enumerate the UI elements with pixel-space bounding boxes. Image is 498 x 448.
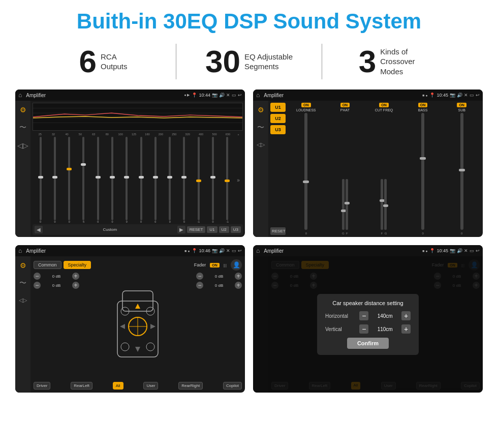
dialog-horizontal-minus[interactable]: − [359,311,368,320]
db-minus-2[interactable]: − [34,282,41,289]
sub-on[interactable]: ON [457,103,466,107]
stat-crossover-desc: Kinds of Crossover Modes [380,47,431,77]
left-icons-1: ⚙ 〜 ◁▷ [15,101,30,237]
wave-icon-3[interactable]: 〜 [19,279,26,288]
reset-button-1[interactable]: RESET [187,226,206,233]
fader-tabs: Common Specialty Fader ON ||| 👤 [34,259,242,271]
screen2-content: ⚙ 〜 ◁▷ U1 U2 U3 RESET ON LOUDNESS [253,101,483,237]
slider-col-8[interactable]: 0 [134,137,148,223]
camera-icon-4: 📷 [450,248,455,253]
db-plus-4[interactable]: + [235,282,242,289]
eq-icon-3[interactable]: ⚙ [20,261,26,270]
driver-btn-3[interactable]: Driver [34,382,50,390]
slider-col-14[interactable]: -1 [221,137,234,223]
expand-icon[interactable]: » [235,137,242,223]
slider-col-6[interactable]: 0 [105,137,119,223]
slider-col-11[interactable]: 0 [177,137,191,223]
db-minus-3[interactable]: − [196,273,203,280]
next-button[interactable]: ▶ [177,226,185,233]
volume-icon-3: 🔊 [219,248,225,253]
volume-icon-4: 🔊 [457,248,462,253]
slider-col-2[interactable]: 0 [48,137,61,223]
slider-col-4[interactable]: 5 [77,137,90,223]
copilot-btn-3[interactable]: Copilot [223,382,242,390]
stat-eq: 30 EQ Adjustable Segments [176,46,322,77]
home-icon-1: ⌂ [18,92,22,99]
db-row-1: − 0 dB + [34,273,79,280]
status-bar-3: ⌂ Amplifier ■ ● 📍 10:46 📷 🔊 ✕ ▭ ↩ [15,245,245,256]
eq-icon-1[interactable]: ⚙ [20,106,26,114]
svg-marker-11 [120,324,125,329]
phat-on[interactable]: ON [340,103,350,107]
db-plus-2[interactable]: + [72,282,79,289]
location-icon-3: 📍 [192,248,197,253]
volume-icon-1: 🔊 [219,93,225,98]
dialog-horizontal-row: Horizontal − 140cm + [325,311,411,320]
speaker-icon-1[interactable]: ◁▷ [17,141,28,150]
slider-col-1[interactable]: 0 [34,137,47,223]
phat-slider-f[interactable] [346,179,348,230]
speaker-icon-3[interactable]: ◁▷ [19,297,27,304]
tab-specialty-3[interactable]: Specialty [64,261,91,269]
phat-slider-g[interactable] [342,179,345,230]
u1-btn[interactable]: U1 [270,103,286,112]
wave-icon-1[interactable]: 〜 [19,123,26,132]
dialog-horizontal-plus[interactable]: + [401,311,411,320]
slider-col-12[interactable]: -1 [192,137,205,223]
u2-button-1[interactable]: U2 [219,226,229,233]
screen1-content: ⚙ 〜 ◁▷ [15,101,245,237]
profile-icon[interactable]: 👤 [231,259,242,271]
screen3-content: ⚙ 〜 ◁▷ Common Specialty Fader ON ||| 👤 [15,256,245,393]
user-btn-3[interactable]: User [143,382,158,390]
dialog-vertical-minus[interactable]: − [359,324,368,334]
cutfreq-label: CUT FREQ [375,108,393,112]
fader-on[interactable]: ON [210,263,220,267]
bass-slider[interactable] [421,113,424,230]
page-header: Buith-in 30EQ DSP Sound System [0,0,498,39]
sub-slider[interactable] [460,113,463,230]
svg-point-16 [146,343,154,351]
u3-button-1[interactable]: U3 [231,226,241,233]
speaker-icon-2[interactable]: ◁▷ [257,141,265,148]
db-plus-3[interactable]: + [235,273,242,280]
tab-common-3[interactable]: Common [34,261,61,269]
screen2-time: 10:45 [437,93,448,98]
screen-channels: ⌂ Amplifier ■ ● 📍 10:45 📷 🔊 ✕ ▭ ↩ ⚙ 〜 ◁▷ [253,89,483,237]
bass-on[interactable]: ON [418,103,428,107]
reset-btn-2[interactable]: RESET [270,227,286,235]
u3-btn[interactable]: U3 [270,125,286,134]
loudness-on[interactable]: ON [301,103,311,107]
cutfreq-on[interactable]: ON [379,103,389,107]
confirm-button[interactable]: Confirm [347,338,389,349]
db-row-4: − 0 dB + [196,282,242,289]
dialog-vertical-plus[interactable]: + [401,324,411,334]
slider-col-9[interactable]: 0 [148,137,162,223]
loudness-slider[interactable] [304,113,307,230]
u1-button-1[interactable]: U1 [207,226,217,233]
eq-sliders-row: 0 0 0 [33,136,243,224]
slider-col-13[interactable]: 0 [206,137,220,223]
cutfreq-slider-g[interactable] [384,179,387,230]
slider-col-3[interactable]: 0 [63,137,76,223]
wave-icon-2[interactable]: 〜 [257,123,264,132]
rearright-btn-3[interactable]: RearRight [178,382,203,390]
left-icons-2: ⚙ 〜 ◁▷ [253,101,268,237]
slider-col-5[interactable]: 0 [91,137,105,223]
rearleft-btn-3[interactable]: RearLeft [71,382,92,390]
stat-rca-number: 6 [79,46,96,77]
db-minus-4[interactable]: − [196,282,203,289]
back-icon-4: ↩ [476,248,480,253]
slider-col-10[interactable]: 0 [163,137,177,223]
minimize-icon-1: ▭ [232,93,236,98]
all-btn-3[interactable]: All [113,382,123,390]
slider-col-7[interactable]: 0 [120,137,134,223]
screen2-title: Amplifier [264,93,420,98]
dialog-title: Car speaker distance setting [325,300,411,306]
db-value-1: 0 dB [42,274,71,279]
eq-icon-2[interactable]: ⚙ [258,106,264,114]
u2-btn[interactable]: U2 [270,114,286,123]
prev-button[interactable]: ◀ [35,226,43,233]
db-plus-1[interactable]: + [72,273,79,280]
channel-cutfreq: ON CUT FREQ F G [365,103,403,235]
db-minus-1[interactable]: − [34,273,41,280]
